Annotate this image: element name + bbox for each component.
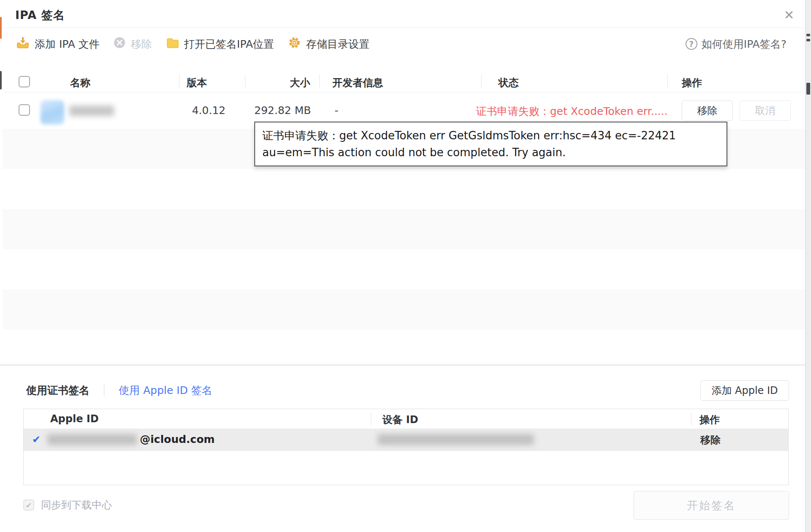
empty-row-stripe [3, 209, 805, 249]
appleid-table-header: Apple ID 设备 ID 操作 [24, 409, 788, 429]
empty-row-stripe [3, 289, 805, 329]
column-divider [179, 74, 180, 89]
app-name-blurred [69, 106, 114, 116]
add-ipa-label: 添加 IPA 文件 [35, 37, 100, 51]
storage-settings-label: 存储目录设置 [306, 37, 370, 51]
question-circle-icon: ? [686, 38, 697, 50]
row-cancel-button[interactable]: 取消 [740, 100, 791, 121]
background-scrollbar-strip[interactable] [805, 0, 811, 532]
col-appleid: Apple ID [50, 413, 99, 425]
column-divider [481, 74, 482, 89]
empty-row-stripe [3, 249, 805, 289]
column-divider [691, 412, 691, 426]
selected-check-icon: ✔ [32, 434, 41, 445]
background-fragment [806, 34, 810, 36]
empty-row-stripe [3, 329, 805, 364]
col-name: 名称 [70, 76, 90, 90]
tab-sign-with-appleid[interactable]: 使用 Apple ID 签名 [119, 383, 212, 397]
title-bar: IPA 签名 ✕ [3, 0, 805, 28]
help-label: 如何使用IPA签名? [702, 37, 787, 51]
page-title: IPA 签名 [15, 8, 65, 23]
open-signed-location-button[interactable]: 打开已签名IPA位置 [166, 36, 274, 52]
close-icon[interactable]: ✕ [781, 7, 797, 24]
appleid-prefix-blurred [47, 434, 137, 445]
background-fragment [806, 83, 810, 95]
size-cell: 292.82 MB [254, 104, 311, 117]
appleid-row[interactable]: ✔ @icloud.com 移除 [24, 429, 788, 451]
row-remove-button[interactable]: 移除 [682, 100, 733, 121]
col-developer: 开发者信息 [332, 76, 383, 90]
open-signed-location-label: 打开已签名IPA位置 [184, 37, 274, 51]
background-fragment [0, 71, 2, 90]
developer-cell: - [335, 104, 338, 117]
tab-divider [104, 384, 104, 397]
column-divider [245, 74, 245, 89]
start-signing-button[interactable]: 开始签名 [634, 491, 789, 520]
select-all-checkbox[interactable] [19, 76, 30, 87]
appleid-table: Apple ID 设备 ID 操作 ✔ @icloud.com 移除 [23, 409, 789, 485]
column-divider [371, 412, 371, 426]
version-cell: 4.0.12 [188, 104, 226, 117]
gear-icon [288, 36, 301, 52]
col-size: 大小 [264, 76, 310, 90]
add-ipa-button[interactable]: 添加 IPA 文件 [16, 36, 100, 52]
status-cell: 证书申请失败：get XcodeToken err..... [476, 104, 667, 118]
device-id-blurred [378, 434, 534, 445]
column-divider [667, 74, 668, 89]
remove-button[interactable]: 移除 [113, 36, 152, 52]
remove-circle-icon [113, 36, 126, 52]
column-divider [319, 74, 320, 89]
sync-label: 同步到下载中心 [41, 498, 112, 512]
panel-divider [0, 364, 811, 366]
add-appleid-button[interactable]: 添加 Apple ID [700, 380, 789, 401]
ipa-table-header: 名称 版本 大小 开发者信息 状态 操作 [3, 71, 805, 92]
col-status: 状态 [498, 76, 519, 90]
storage-settings-button[interactable]: 存储目录设置 [288, 36, 370, 52]
sync-checkbox[interactable]: ✔ [23, 499, 34, 510]
appleid-suffix: @icloud.com [140, 433, 215, 445]
col-actions: 操作 [682, 76, 702, 90]
col-version: 版本 [187, 76, 207, 90]
sign-method-tabs: 使用证书签名 使用 Apple ID 签名 [26, 383, 212, 397]
folder-icon [166, 36, 179, 52]
background-fragment [0, 17, 2, 39]
col-device-id: 设备 ID [382, 413, 418, 426]
background-fragment [806, 39, 810, 41]
toolbar: 添加 IPA 文件 移除 打开已签名IPA位置 [3, 28, 805, 60]
row-checkbox[interactable] [19, 104, 30, 116]
remove-label: 移除 [131, 37, 152, 51]
error-tooltip: 证书申请失败：get XcodeToken err GetGsldmsToken… [254, 122, 727, 166]
appleid-remove-link[interactable]: 移除 [700, 433, 721, 447]
help-link[interactable]: ? 如何使用IPA签名? [686, 28, 787, 60]
add-ipa-icon [16, 36, 30, 52]
col-operation: 操作 [699, 413, 720, 426]
sync-option: ✔ 同步到下载中心 [23, 498, 112, 512]
app-icon-blurred [41, 100, 64, 125]
ipa-sign-dialog: IPA 签名 ✕ 添加 IPA 文件 移除 [0, 0, 811, 532]
tab-sign-with-certificate[interactable]: 使用证书签名 [26, 383, 90, 397]
empty-row-stripe [3, 169, 805, 209]
